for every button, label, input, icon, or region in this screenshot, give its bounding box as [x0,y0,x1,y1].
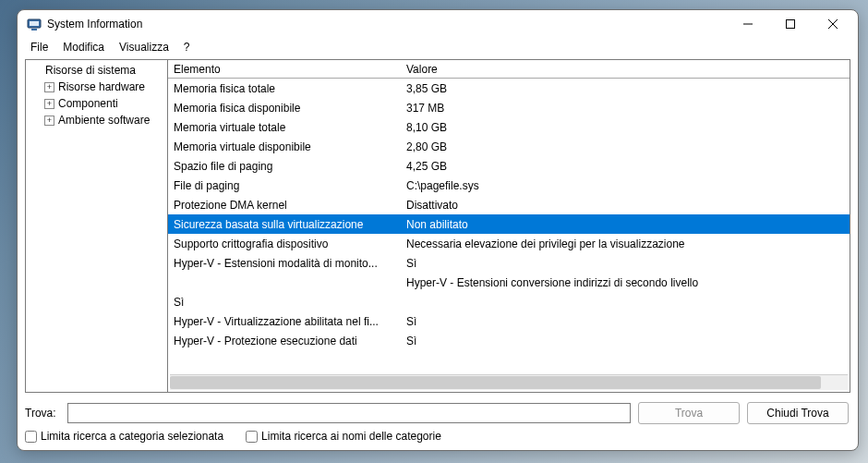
window-title: System Information [47,18,727,30]
content-area: Risorse di sistema + Risorse hardware + … [25,59,850,393]
tree-root-label: Risorse di sistema [45,64,136,77]
header-element[interactable]: Elemento [168,63,403,76]
menubar: File Modifica Visualizza ? [18,38,858,56]
cell-element: File di paging [168,179,403,192]
cell-value: Sì [403,335,850,347]
list-row[interactable]: Sicurezza basata sulla virtualizzazioneN… [168,214,850,234]
cell-element: Memoria virtuale totale [168,121,403,134]
cell-value: Sì [403,257,850,270]
category-tree[interactable]: Risorse di sistema + Risorse hardware + … [26,60,168,392]
menu-edit[interactable]: Modifica [55,39,112,55]
cell-value: Sì [403,315,850,328]
cell-value: 4,25 GB [403,160,850,173]
list-row[interactable]: Spazio file di paging4,25 GB [168,156,850,176]
list-row[interactable]: Memoria fisica totale3,85 GB [168,79,850,98]
system-information-window: System Information File Modifica Visuali… [17,9,859,451]
maximize-button[interactable] [769,10,812,38]
tree-item-hardware[interactable]: + Risorse hardware [26,79,167,95]
list-row[interactable]: Memoria virtuale totale8,10 GB [168,117,850,137]
header-value[interactable]: Valore [403,63,850,76]
limit-category-check[interactable]: Limita ricerca a categoria selezionata [25,430,223,443]
cell-value: Necessaria elevazione dei privilegi per … [403,238,850,250]
limit-category-checkbox[interactable] [25,431,37,443]
details-list: Elemento Valore Memoria fisica totale3,8… [168,60,850,392]
tree-item-label: Risorse hardware [58,80,145,93]
tree-item-label: Ambiente software [58,114,150,127]
list-row[interactable]: Memoria virtuale disponibile2,80 GB [168,137,850,156]
cell-element: Memoria fisica totale [168,82,403,95]
titlebar[interactable]: System Information [18,10,858,38]
close-button[interactable] [812,10,854,38]
tree-item-software-env[interactable]: + Ambiente software [26,112,167,128]
cell-value: 3,85 GB [403,82,850,95]
cell-element: Sicurezza basata sulla virtualizzazione [168,218,403,231]
svg-rect-1 [30,21,39,26]
window-controls [727,10,854,38]
tree-item-label: Componenti [58,97,118,110]
limit-names-check[interactable]: Limita ricerca ai nomi delle categorie [246,430,441,443]
svg-rect-2 [31,29,37,30]
list-row[interactable]: File di pagingC:\pagefile.sys [168,176,850,195]
cell-element: Memoria virtuale disponibile [168,140,403,153]
cell-element: Supporto crittografia dispositivo [168,238,403,250]
cell-value: 317 MB [403,102,850,115]
limit-names-label: Limita ricerca ai nomi delle categorie [261,430,441,443]
list-row[interactable]: Supporto crittografia dispositivoNecessa… [168,234,850,253]
cell-value: C:\pagefile.sys [403,179,850,192]
limit-category-label: Limita ricerca a categoria selezionata [41,430,223,443]
cell-element: Protezione DMA kernel [168,199,403,212]
find-input[interactable] [67,403,631,423]
list-header[interactable]: Elemento Valore [168,60,850,79]
app-icon [27,17,42,31]
list-row[interactable]: Sì [168,292,850,311]
list-row[interactable]: Hyper-V - Protezione esecuzione datiSì [168,331,850,350]
list-row[interactable]: Hyper-V - Estensioni modalità di monito.… [168,253,850,273]
cell-element: Hyper-V - Estensioni modalità di monito.… [168,257,403,270]
list-row[interactable]: Hyper-V - Virtualizzazione abilitata nel… [168,311,850,331]
find-button[interactable]: Trova [638,402,740,424]
cell-element: Hyper-V - Protezione esecuzione dati [168,335,403,347]
minimize-button[interactable] [727,10,769,38]
tree-item-components[interactable]: + Componenti [26,95,167,112]
cell-value: 2,80 GB [403,140,850,153]
cell-element: Sì [168,296,403,309]
list-row[interactable]: Protezione DMA kernelDisattivato [168,195,850,214]
find-options: Limita ricerca a categoria selezionata L… [18,426,858,450]
list-row[interactable]: Memoria fisica disponibile317 MB [168,98,850,117]
cell-value: Disattivato [403,199,850,212]
cell-element: Spazio file di paging [168,160,403,173]
cell-element: Hyper-V - Virtualizzazione abilitata nel… [168,315,403,328]
cell-value: Non abilitato [403,218,850,231]
find-bar: Trova: Trova Chiudi Trova [18,396,858,426]
cell-element: Memoria fisica disponibile [168,102,403,115]
menu-view[interactable]: Visualizza [112,39,176,55]
horizontal-scrollbar[interactable] [170,374,848,390]
close-find-button[interactable]: Chiudi Trova [747,402,849,424]
expand-icon[interactable]: + [44,99,54,109]
menu-help[interactable]: ? [176,39,198,55]
svg-rect-4 [787,20,795,29]
limit-names-checkbox[interactable] [246,431,258,443]
expand-icon[interactable]: + [44,82,54,92]
expand-icon[interactable]: + [44,116,54,126]
list-body[interactable]: Memoria fisica totale3,85 GBMemoria fisi… [168,79,850,374]
cell-value: 8,10 GB [403,121,850,134]
find-label: Trova: [25,407,60,420]
cell-value: Hyper-V - Estensioni conversione indiriz… [403,276,850,289]
scrollbar-thumb[interactable] [170,376,821,389]
list-row[interactable]: Hyper-V - Estensioni conversione indiriz… [168,273,850,292]
tree-root[interactable]: Risorse di sistema [26,62,167,79]
menu-file[interactable]: File [23,39,55,55]
